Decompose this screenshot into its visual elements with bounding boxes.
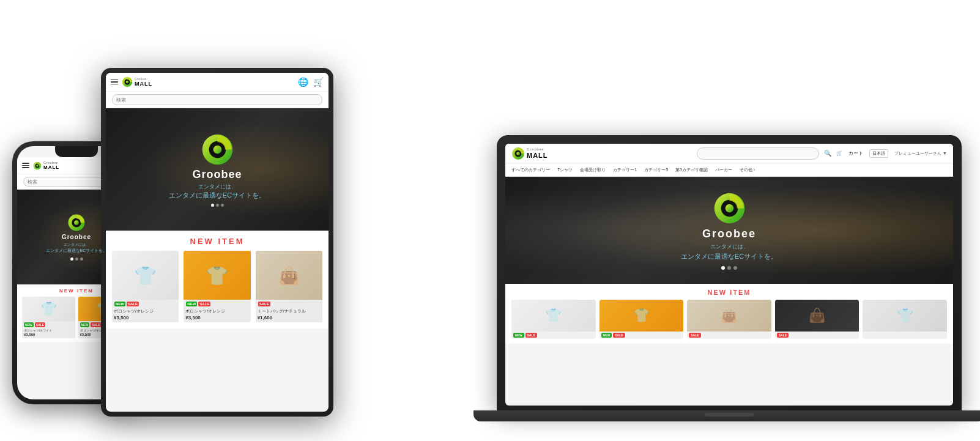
laptop-nav-tshirt[interactable]: Tシャツ	[557, 167, 573, 173]
tablet-cart-icon[interactable]: 🛒	[313, 77, 324, 87]
tablet-badge-sale-3: SALE	[258, 302, 270, 306]
laptop-product-4-img: 👜	[775, 300, 859, 332]
tablet-product-3-name: トートバッグ/ナチュラル	[256, 308, 322, 314]
phone-logo-text: Groobee MALL	[43, 161, 59, 170]
laptop-product-1-img: 👕	[511, 300, 596, 332]
phone-logo: Groobee MALL	[33, 161, 59, 170]
laptop-nav-cat3[interactable]: カテゴリー3	[644, 167, 668, 173]
laptop-search-input[interactable]	[697, 147, 819, 160]
svg-point-17	[725, 204, 733, 212]
svg-point-8	[126, 81, 129, 84]
phone-hero-sub2: エンタメに最適なECサイトを。	[46, 248, 108, 254]
phone-product-1-price: ¥3,500	[22, 332, 75, 338]
tablet-product-1[interactable]: 👕 NEW SALE ポロシャツ/オレンジ ¥3,500	[112, 251, 179, 322]
phone-product-1-img: 👕	[22, 297, 75, 321]
laptop-product-5-img: 👕	[863, 300, 947, 332]
badge-new-1: NEW	[24, 322, 34, 327]
badge-new-2: NEW	[80, 322, 90, 327]
tablet-hero: Groobee エンタメには、 エンタメに最適なECサイトを。	[106, 108, 329, 231]
tablet-hamburger-icon[interactable]	[111, 80, 118, 85]
tablet-search-bar	[106, 92, 329, 108]
laptop-product-4[interactable]: 👜 SALE	[775, 300, 859, 339]
laptop-nav-pickup[interactable]: 会場受け取り	[580, 167, 606, 173]
tablet-body: Groobee MALL 🌐 🛒	[101, 68, 333, 417]
phone-notch	[55, 146, 98, 157]
laptop-user-menu[interactable]: プレミューユーザーさん ▼	[894, 150, 947, 157]
tablet-hero-logo	[201, 133, 234, 166]
laptop-dot-1[interactable]	[721, 266, 725, 270]
hero-dot-2[interactable]	[75, 258, 78, 261]
laptop-product-2-img: 👕	[600, 300, 684, 332]
laptop-product-3[interactable]: 👜 SALE	[687, 300, 771, 339]
laptop-new-item-title: NEW ITEM	[511, 289, 947, 296]
laptop-dot-2[interactable]	[727, 266, 731, 270]
laptop-badge-sale-3: SALE	[689, 333, 700, 338]
tablet-badge-sale-2: SALE	[198, 302, 210, 306]
tablet-dot-3[interactable]	[221, 204, 224, 207]
laptop-nav: すべてのカテゴリー Tシャツ 会場受け取り カテゴリー1 カテゴリー3 第3カテ…	[505, 163, 953, 177]
tablet-search-input[interactable]	[112, 94, 322, 105]
laptop-product-2[interactable]: 👕 NEW SALE	[600, 300, 684, 339]
laptop-logo-icon	[511, 147, 525, 160]
laptop-screen: Groobee MALL 🔍 🛒 カート 日本語 プレミューユーザーさん ▼	[505, 144, 953, 406]
phone-hero-logo	[67, 213, 86, 232]
laptop-logo-text: Groobee MALL	[527, 147, 548, 159]
tablet-device: Groobee MALL 🌐 🛒	[101, 68, 333, 417]
laptop-badge-sale-2: SALE	[613, 333, 625, 338]
laptop-header: Groobee MALL 🔍 🛒 カート 日本語 プレミューユーザーさん ▼	[505, 144, 953, 163]
svg-point-2	[36, 165, 39, 167]
badge-sale-2: SALE	[91, 322, 101, 327]
laptop-nav-hoodie[interactable]: パーカー	[715, 167, 732, 173]
svg-point-14	[516, 152, 520, 155]
tablet-dot-2[interactable]	[216, 204, 219, 207]
tablet-screen: Groobee MALL 🌐 🛒	[106, 73, 329, 412]
hero-dot-1[interactable]	[70, 258, 73, 261]
badge-sale-1: SALE	[35, 322, 45, 327]
laptop-nav-cat3confirm[interactable]: 第3カテゴリ確認	[675, 167, 708, 173]
tablet-product-3-price: ¥1,600	[256, 314, 322, 322]
tablet-products-list: 👕 NEW SALE ポロシャツ/オレンジ ¥3,500	[112, 251, 322, 322]
phone-product-1[interactable]: 👕 NEW SALE ポロシャツ/ホワイト ¥3,500	[22, 297, 75, 338]
laptop-hero: Groobee エンタメには、 エンタメに最適なECサイトを。	[505, 177, 953, 284]
laptop-product-5[interactable]: 👕	[863, 300, 947, 339]
laptop-hero-sub1: エンタメには、	[710, 243, 749, 251]
laptop-cart-icon[interactable]: 🛒	[836, 150, 842, 156]
tablet-logo: Groobee MALL	[122, 76, 152, 87]
groobee-logo-icon	[33, 161, 42, 170]
laptop-nav-more[interactable]: その他 ›	[740, 167, 755, 173]
laptop-base	[473, 410, 980, 421]
laptop-dot-3[interactable]	[733, 266, 737, 270]
laptop-cart-label: カート	[848, 150, 863, 157]
laptop-new-item-section: NEW ITEM 👕 NEW SALE	[505, 284, 953, 344]
hero-dot-3[interactable]	[80, 258, 83, 261]
hamburger-icon[interactable]	[22, 163, 29, 168]
tablet-product-3[interactable]: 👜 SALE トートバッグ/ナチュラル ¥1,600	[256, 251, 322, 322]
laptop-search-icon[interactable]: 🔍	[824, 150, 831, 157]
tablet-dot-1[interactable]	[211, 204, 214, 207]
tablet-product-2-img: 👕	[184, 251, 250, 300]
tablet-hero-title: Groobee	[192, 168, 242, 181]
laptop-badge-new-2: NEW	[601, 333, 612, 338]
tablet-product-1-price: ¥3,500	[112, 314, 179, 322]
phone-hero-title: Groobee	[62, 234, 91, 240]
laptop-badge-sale-1: SALE	[525, 333, 537, 338]
tablet-badge-new-1: NEW	[114, 302, 125, 306]
tablet-badge-new-2: NEW	[186, 302, 197, 306]
tablet-product-1-name: ポロシャツ/オレンジ	[112, 308, 179, 314]
laptop-header-right: 🛒 カート 日本語 プレミューユーザーさん ▼	[836, 149, 947, 158]
tablet-globe-icon[interactable]: 🌐	[298, 77, 308, 87]
laptop-nav-all[interactable]: すべてのカテゴリー	[511, 167, 550, 173]
svg-point-11	[213, 145, 221, 154]
tablet-product-2-price: ¥3,500	[184, 314, 250, 322]
tablet-hero-sub2: エンタメに最適なECサイトを。	[169, 191, 265, 200]
laptop-logo: Groobee MALL	[511, 147, 548, 160]
tablet-product-2[interactable]: 👕 NEW SALE ポロシャツ/オレンジ ¥3,500	[184, 251, 250, 322]
phone-hero-sub1: エンタメには、	[64, 242, 89, 248]
laptop-language-selector[interactable]: 日本語	[869, 149, 888, 158]
laptop-hero-title: Groobee	[702, 228, 756, 240]
laptop-nav-cat1[interactable]: カテゴリー1	[613, 167, 637, 173]
tablet-header: Groobee MALL 🌐 🛒	[106, 73, 329, 92]
laptop-product-1[interactable]: 👕 NEW SALE	[511, 300, 596, 339]
laptop-hero-logo	[713, 191, 746, 225]
laptop-body: Groobee MALL 🔍 🛒 カート 日本語 プレミューユーザーさん ▼	[497, 135, 962, 410]
